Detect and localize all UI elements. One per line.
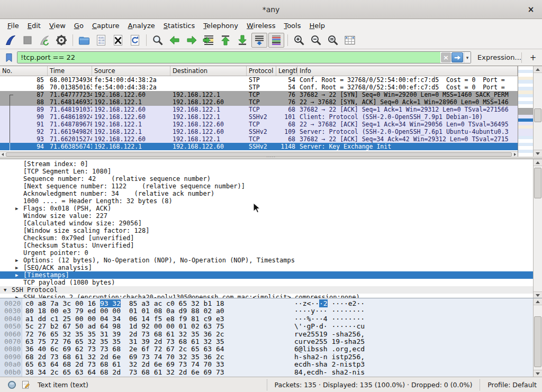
packet-row[interactable]: 8771.647777234192.168.122.60192.168.122.…	[0, 91, 518, 98]
packet-row[interactable]: 9271.661949820192.168.122.1192.168.122.6…	[0, 128, 518, 135]
menu-edit[interactable]: Edit	[23, 21, 45, 31]
packet-row[interactable]: 9371.662015274192.168.122.60192.168.122.…	[0, 135, 518, 143]
hex-row[interactable]: 007063 75 72 76 65 32 35 35 31 39 2d 73 …	[0, 338, 542, 345]
hex-ascii[interactable]: ···%···4 ········	[294, 315, 365, 323]
packet-row[interactable]: 9471.663856741192.168.122.1192.168.122.6…	[0, 143, 518, 150]
hex-row[interactable]: 003080 18 00 e3 79 ed 00 00 01 01 08 0a …	[0, 307, 542, 315]
column-header-destination[interactable]: Destination	[170, 66, 247, 76]
menu-capture[interactable]: Capture	[88, 21, 124, 31]
profile-status[interactable]: Profile: Default	[480, 379, 538, 390]
go-to-packet-icon[interactable]	[201, 33, 216, 48]
hex-bytes[interactable]: 65 63 64 68 2d 73 68 61 32 2d 6e 69 73 7…	[25, 361, 224, 368]
window-close-icon[interactable]: ×	[525, 4, 537, 15]
hex-ascii[interactable]: ecdh-sha 2-nistp3	[294, 361, 365, 368]
go-back-icon[interactable]	[167, 33, 183, 48]
save-file-icon[interactable]: 010101100111	[93, 33, 109, 48]
detail-line[interactable]: ▶Flags: 0x018 (PSH, ACK)	[0, 205, 542, 212]
hex-row[interactable]: 0020c0 a8 7a 3c 00 16 93 32 85 a3 ac c0 …	[0, 300, 542, 307]
detail-line[interactable]: [Window size scaling factor: 128]	[0, 227, 542, 234]
start-capture-icon[interactable]	[3, 33, 19, 48]
hex-vscrollbar[interactable]	[533, 298, 542, 377]
filter-dropdown-icon[interactable]: ▾	[464, 52, 471, 63]
menu-telephony[interactable]: Telephony	[199, 21, 242, 31]
zoom-in-icon[interactable]	[291, 33, 307, 48]
hscroll-thumb[interactable]	[6, 152, 512, 157]
scroll-up-icon[interactable]	[534, 298, 542, 305]
menu-analyze[interactable]: Analyze	[124, 21, 159, 31]
hex-row[interactable]: 0040a1 dd c1 25 00 00 04 34 06 14 f5 e8 …	[0, 315, 542, 323]
resize-columns-icon[interactable]	[342, 33, 358, 48]
scroll-thumb[interactable]	[534, 316, 541, 367]
expression-button[interactable]: Expression...	[477, 53, 521, 61]
detail-line[interactable]: Checksum: 0x79ed [unverified]	[0, 234, 542, 242]
scroll-up-icon[interactable]	[534, 159, 542, 166]
auto-scroll-icon[interactable]	[251, 33, 267, 48]
hex-bytes[interactable]: 80 18 00 e3 79 ed 00 00 01 01 08 0a d9 8…	[25, 307, 224, 315]
reload-file-icon[interactable]	[127, 33, 143, 48]
packet-row[interactable]: 8670.013850163fe:54:00:d4:38:2aSTP54Conf…	[0, 84, 518, 91]
column-header-no[interactable]: No.	[0, 66, 48, 76]
menu-file[interactable]: File	[3, 21, 23, 31]
intelligent-scrollbar-minimap[interactable]	[518, 66, 533, 157]
hex-ascii[interactable]: 6@libssh .org,ecd	[294, 345, 365, 353]
detail-line[interactable]: [Checksum Status: Unverified]	[0, 242, 542, 249]
column-header-length[interactable]: Length	[276, 66, 297, 76]
details-vscrollbar[interactable]	[533, 159, 542, 298]
hscroll-left-icon[interactable]	[0, 152, 5, 157]
packet-list-hscrollbar[interactable]	[0, 151, 518, 157]
hex-ascii[interactable]: \'·gP·d· ······cu	[294, 323, 365, 330]
scroll-down-icon[interactable]	[534, 150, 542, 157]
hex-bytes[interactable]: 36 40 6c 69 62 73 73 68 2e 6f 72 67 2c 6…	[25, 345, 224, 353]
hex-ascii[interactable]: 84,ecdh- sha2-nis	[294, 369, 365, 376]
scroll-up-icon[interactable]	[534, 66, 542, 73]
expert-info-icon[interactable]	[7, 380, 16, 389]
detail-line[interactable]: ▶[Timestamps]	[0, 271, 542, 279]
packet-list-vscrollbar[interactable]	[533, 66, 542, 157]
hex-ascii[interactable]: h-sha2-n istp256,	[294, 353, 365, 361]
detail-line[interactable]: Window size value: 227	[0, 212, 542, 220]
collapsed-arrow-icon[interactable]: ▶	[15, 271, 18, 279]
scroll-down-icon[interactable]	[534, 370, 542, 377]
detail-line[interactable]: ▶SSH Version 2 (encryption:chacha20-poly…	[0, 294, 542, 298]
hex-ascii[interactable]: ····y··· ········	[294, 307, 365, 315]
hex-ascii[interactable]: curve255 19-sha25	[294, 338, 365, 345]
hex-bytes[interactable]: 38 34 2c 65 63 64 68 2d 73 68 61 32 2d 6…	[25, 369, 224, 376]
column-header-source[interactable]: Source	[92, 66, 170, 76]
hex-ascii[interactable]: rve25519 -sha256,	[294, 331, 365, 338]
scroll-thumb[interactable]	[534, 168, 541, 198]
hex-bytes[interactable]: c0 a8 7a 3c 00 16 93 32 85 a3 ac c0 65 3…	[25, 300, 224, 307]
zoom-reset-icon[interactable]	[325, 33, 341, 48]
hex-row[interactable]: 009068 2d 73 68 61 32 2d 6e 69 73 74 70 …	[0, 353, 542, 361]
restart-capture-icon[interactable]	[37, 33, 52, 48]
hex-bytes[interactable]: 63 75 72 76 65 32 35 35 31 39 2d 73 68 6…	[25, 338, 224, 345]
hex-row[interactable]: 00505c 27 b2 67 50 ad 64 98 1d 92 00 00 …	[0, 323, 542, 330]
detail-line[interactable]: [Stream index: 0]	[0, 160, 542, 168]
menu-go[interactable]: Go	[70, 21, 88, 31]
detail-line[interactable]: ▼SSH Protocol	[0, 286, 542, 294]
hex-bytes[interactable]: 72 76 65 32 35 35 31 39 2d 73 68 61 32 3…	[25, 331, 224, 338]
collapsed-arrow-icon[interactable]: ▶	[15, 294, 18, 298]
find-packet-icon[interactable]	[150, 33, 166, 48]
go-last-icon[interactable]	[234, 33, 250, 48]
detail-line[interactable]: 1000 .... = Header Length: 32 bytes (8)	[0, 197, 542, 205]
menu-tools[interactable]: Tools	[279, 21, 305, 31]
packet-row[interactable]: 8568.001734936fe:54:00:d4:38:2aSTP54Conf…	[0, 76, 518, 84]
hex-row[interactable]: 008036 40 6c 69 62 73 73 68 2e 6f 72 67 …	[0, 345, 542, 353]
packet-row[interactable]: 8871.648146932192.168.122.1192.168.122.6…	[0, 98, 518, 106]
detail-line[interactable]: ▶Options: (12 bytes), No-Operation (NOP)…	[0, 257, 542, 264]
filter-apply-icon[interactable]	[451, 52, 463, 62]
menu-view[interactable]: View	[45, 21, 70, 31]
column-header-info[interactable]: Info	[297, 66, 518, 76]
capture-options-icon[interactable]	[53, 33, 69, 48]
close-file-icon[interactable]	[110, 33, 126, 48]
go-forward-icon[interactable]	[184, 33, 200, 48]
detail-line[interactable]: [TCP Segment Len: 1080]	[0, 168, 542, 175]
detail-line[interactable]: Acknowledgment number: 34 (relative ack …	[0, 190, 542, 197]
packet-row[interactable]: 8971.648191037192.168.122.60192.168.122.…	[0, 106, 518, 113]
detail-line[interactable]: TCP payload (1080 bytes)	[0, 279, 542, 286]
scroll-down-icon[interactable]	[534, 291, 542, 298]
packet-row[interactable]: 9071.648618924192.168.122.60192.168.122.…	[0, 113, 518, 121]
detail-line[interactable]: Sequence number: 42 (relative sequence n…	[0, 175, 542, 183]
colorize-icon[interactable]	[268, 33, 284, 48]
hex-bytes[interactable]: 5c 27 b2 67 50 ad 64 98 1d 92 00 00 01 0…	[25, 323, 224, 330]
